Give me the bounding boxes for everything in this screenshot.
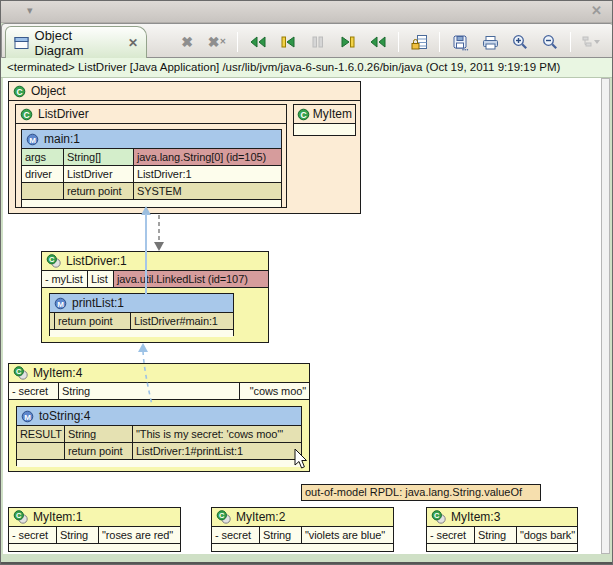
terminate-icon: ✖ [181,35,193,49]
empty-row [212,544,393,551]
svg-text:M: M [29,135,36,144]
out-of-model-label[interactable]: out-of-model RPDL: java.lang.String.valu… [301,484,541,501]
svg-text:M: M [57,299,64,308]
tree-mode-button[interactable] [578,31,604,53]
object-icon: C [13,366,28,380]
var-name: args [22,149,64,165]
object-box-listdriver1[interactable]: C ListDriver:1 - myList List java.util.L… [41,251,269,343]
toolbar-separator [439,32,440,52]
field-row: - myList List java.util.LinkedList (id=1… [42,271,268,288]
frame-printlist1-header: M printList:1 [50,294,233,313]
svg-text:M: M [24,412,31,421]
method-icon: M [54,297,67,310]
svg-text:C: C [49,255,55,264]
var-name [17,443,65,459]
object-box-myitem1[interactable]: C MyItem:1 - secret String "roses are re… [8,507,181,552]
object-icon: C [216,510,231,524]
var-value: ListDriver:1#printList:1 [133,443,301,459]
window-frame-bottom [1,562,613,564]
table-row: return point ListDriver#main:1 [50,313,233,330]
class-box-listdriver[interactable]: C ListDriver M main:1 args [15,104,287,208]
class-icon: C [20,108,33,121]
tab-title: Object Diagram [35,28,122,58]
class-name: Object [31,84,66,98]
var-name: driver [22,166,64,182]
field-name: - secret [427,527,475,543]
remove-all-terminated-button[interactable]: ✖✕ [204,31,230,53]
run-forward-button[interactable] [365,31,391,53]
frame-printlist1[interactable]: M printList:1 return point ListDriver#ma… [49,293,234,336]
frame-tostring4[interactable]: M toString:4 RESULT String "This is my s… [16,406,302,466]
var-value: ListDriver:1 [134,166,281,182]
window-close-icon[interactable]: ✕ [591,3,602,18]
var-name [22,183,64,199]
table-row: args String[] java.lang.String[0] (id=10… [22,149,281,166]
svg-text:C: C [16,511,22,520]
class-icon: C [13,85,26,98]
class-icon: C [297,108,310,121]
step-backward-button[interactable] [275,31,301,53]
var-value: "This is my secret: 'cows moo'" [133,426,301,442]
debug-toolbar: ✖ ✖✕ [174,30,613,54]
print-button[interactable] [477,31,503,53]
field-value: java.util.LinkedList (id=107) [114,271,268,287]
field-type: String [475,527,517,543]
save-button[interactable] [447,31,473,53]
var-type: return point [64,183,134,199]
class-box-listdriver-header: C ListDriver [16,105,286,124]
object-box-header: C MyItem:1 [9,508,180,527]
empty-body [294,124,355,135]
table-row: driver ListDriver ListDriver:1 [22,166,281,183]
var-type: ListDriver [64,166,134,182]
field-type: String [260,527,302,543]
field-value: "dogs bark" [517,527,577,543]
zoom-in-icon [512,34,528,50]
svg-text:C: C [300,109,306,119]
var-value: SYSTEM [134,183,281,199]
field-type: List [88,271,114,287]
zoom-in-button[interactable] [507,31,533,53]
object-diagram-canvas[interactable]: C Object C ListDriver [3,78,601,554]
zoom-out-button[interactable] [537,31,563,53]
lock-table-button[interactable] [406,31,432,53]
object-box-header: C ListDriver:1 [42,252,268,271]
tab-object-diagram[interactable]: Object Diagram ✕ [5,26,147,58]
field-value: "cows moo" [240,383,309,399]
method-icon: M [21,410,34,423]
object-box-header: C MyItem:2 [212,508,393,527]
field-row: - secret String "cows moo" [9,383,309,400]
object-box-myitem3[interactable]: C MyItem:3 - secret String "dogs bark" [426,507,578,552]
field-type: String [59,383,240,399]
field-value: "violets are blue" [302,527,393,543]
frame-title: toString:4 [39,409,90,423]
object-box-myitem2[interactable]: C MyItem:2 - secret String "violets are … [211,507,394,552]
class-box-myitem[interactable]: C MyItem [293,104,356,136]
window-titlebar: ▾ ✕ [1,1,613,23]
var-type: String [65,426,133,442]
titlebar-menu-icon[interactable]: ▾ [27,4,33,17]
view-window-icon [14,36,29,50]
svg-text:C: C [219,511,225,520]
step-forward-button[interactable] [335,31,361,53]
class-box-object[interactable]: C Object C ListDriver [8,81,361,214]
svg-text:C: C [16,367,22,376]
frame-title: printList:1 [72,296,124,310]
object-icon: C [13,510,28,524]
frame-main1-header: M main:1 [22,130,281,149]
frame-main1[interactable]: M main:1 args String[] java.lang.String[… [21,129,282,207]
field-name: - secret [212,527,260,543]
field-row: - secret String "roses are red" [9,527,180,544]
toolbar-separator [398,32,399,52]
pause-button[interactable] [305,31,331,53]
pause-icon [312,35,324,49]
svg-text:C: C [434,511,440,520]
vertical-scrollbar[interactable] [601,78,610,554]
run-backward-button[interactable] [245,31,271,53]
empty-row [17,460,301,467]
object-box-header: C MyItem:3 [427,508,577,527]
object-box-myitem4[interactable]: C MyItem:4 - secret String "cows moo" M … [8,363,310,472]
table-row: return point SYSTEM [22,183,281,200]
terminate-button[interactable]: ✖ [174,31,200,53]
empty-row [9,544,180,551]
tab-close-icon[interactable]: ✕ [128,36,138,50]
